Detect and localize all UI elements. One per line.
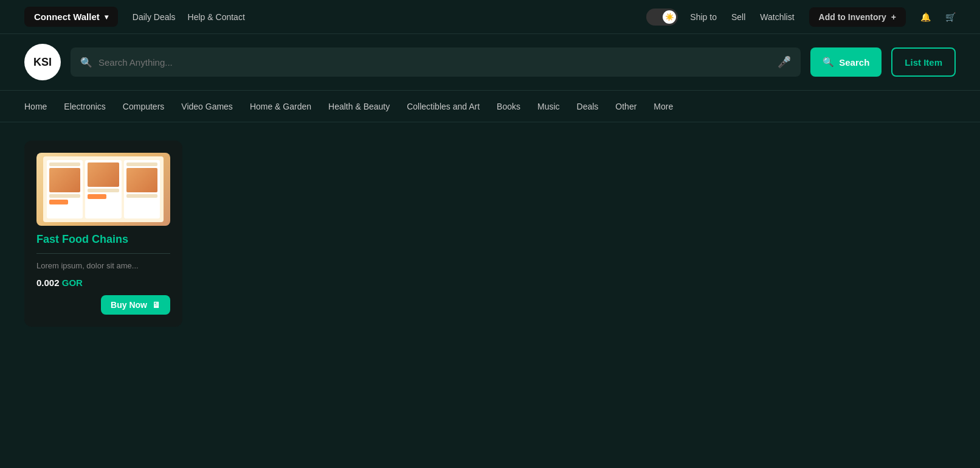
- product-title: Fast Food Chains: [36, 233, 170, 246]
- sell-link[interactable]: Sell: [731, 12, 745, 22]
- thumbnail-panel-3: [124, 160, 160, 218]
- logo: KSI: [24, 44, 61, 80]
- product-price: 0.002 GOR: [36, 278, 170, 288]
- product-thumbnail: [43, 156, 164, 222]
- ship-to-link[interactable]: Ship to: [690, 12, 717, 22]
- list-item-button[interactable]: List Item: [891, 47, 956, 77]
- nav-books[interactable]: Books: [497, 102, 520, 111]
- thumbnail-line-3: [88, 189, 119, 192]
- connect-wallet-label: Connect Wallet: [34, 12, 100, 22]
- buy-now-label: Buy Now: [111, 300, 147, 310]
- thumbnail-image-3: [126, 168, 157, 192]
- theme-toggle[interactable]: ☀️: [646, 9, 678, 26]
- notification-bell-icon[interactable]: 🔔: [920, 12, 931, 22]
- product-image: [36, 153, 170, 226]
- product-divider: [36, 253, 170, 254]
- list-item-label: List Item: [905, 57, 942, 68]
- product-description: Lorem ipsum, dolor sit ame...: [36, 261, 170, 270]
- daily-deals-link[interactable]: Daily Deals: [133, 12, 176, 22]
- nav-computers[interactable]: Computers: [123, 102, 164, 111]
- nav-deals[interactable]: Deals: [577, 102, 599, 111]
- search-label: Search: [839, 57, 869, 68]
- connect-wallet-button[interactable]: Connect Wallet ▾: [24, 7, 118, 27]
- nav-collectibles-art[interactable]: Collectibles and Art: [407, 102, 480, 111]
- nav-other[interactable]: Other: [615, 102, 637, 111]
- price-value: 0.002: [36, 278, 60, 288]
- add-to-inventory-button[interactable]: Add to Inventory +: [809, 7, 906, 27]
- thumbnail-line-2: [49, 194, 80, 198]
- nav-home-garden[interactable]: Home & Garden: [250, 102, 311, 111]
- logo-text: KSI: [33, 56, 52, 69]
- thumbnail-panel-2: [85, 160, 121, 218]
- nav-video-games[interactable]: Video Games: [181, 102, 233, 111]
- top-links: Daily Deals Help & Contact: [133, 12, 635, 22]
- search-container: 🔍 🎤: [71, 47, 801, 77]
- search-magnifier-icon: 🔍: [80, 57, 92, 68]
- nav-more[interactable]: More: [654, 102, 673, 111]
- thumbnail-image-2: [88, 162, 119, 187]
- search-button[interactable]: 🔍 Search: [810, 47, 882, 77]
- buy-now-button[interactable]: Buy Now 🖥: [101, 295, 170, 315]
- nav-home[interactable]: Home: [24, 102, 47, 111]
- thumbnail-line-5: [126, 194, 157, 198]
- thumbnail-line: [49, 162, 80, 166]
- price-currency: GOR: [62, 278, 83, 288]
- buy-cart-icon: 🖥: [152, 300, 160, 310]
- plus-icon: +: [891, 12, 896, 22]
- main-content: Fast Food Chains Lorem ipsum, dolor sit …: [0, 122, 980, 345]
- nav-electronics[interactable]: Electronics: [64, 102, 105, 111]
- top-bar: Connect Wallet ▾ Daily Deals Help & Cont…: [0, 0, 980, 34]
- nav-music[interactable]: Music: [537, 102, 560, 111]
- thumbnail-panel-1: [47, 160, 83, 218]
- main-navigation: Home Electronics Computers Video Games H…: [0, 91, 980, 122]
- product-card: Fast Food Chains Lorem ipsum, dolor sit …: [24, 141, 182, 327]
- search-input[interactable]: [98, 57, 778, 68]
- sun-icon: ☀️: [665, 13, 674, 21]
- thumbnail-button: [49, 200, 68, 204]
- chevron-down-icon: ▾: [105, 13, 108, 21]
- add-inventory-label: Add to Inventory: [819, 12, 886, 22]
- toggle-knob: ☀️: [663, 10, 676, 24]
- top-right-actions: Ship to Sell Watchlist Add to Inventory …: [690, 7, 956, 27]
- search-icon-btn: 🔍: [823, 57, 834, 68]
- thumbnail-button-2: [88, 194, 106, 199]
- watchlist-link[interactable]: Watchlist: [760, 12, 794, 22]
- help-contact-link[interactable]: Help & Contact: [188, 12, 245, 22]
- thumbnail-line-4: [126, 162, 157, 166]
- cart-icon[interactable]: 🛒: [945, 12, 956, 22]
- search-row: KSI 🔍 🎤 🔍 Search List Item: [0, 34, 980, 91]
- thumbnail-image: [49, 168, 80, 192]
- nav-health-beauty[interactable]: Health & Beauty: [328, 102, 390, 111]
- microphone-icon[interactable]: 🎤: [778, 55, 791, 69]
